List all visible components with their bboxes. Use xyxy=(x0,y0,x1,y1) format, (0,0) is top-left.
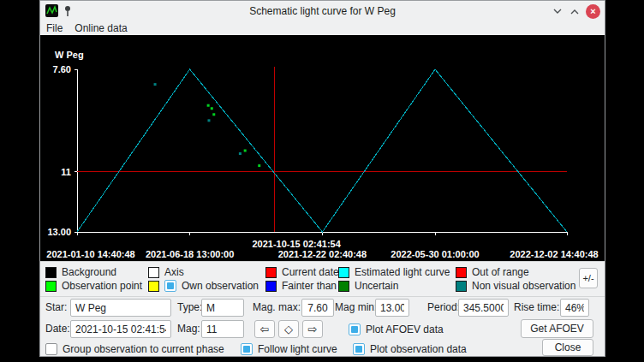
x-tick-label: 2021-12-22 02:40:48 xyxy=(278,249,367,259)
legend-column: Out of range Non visual observation xyxy=(456,265,575,293)
step-forward-button[interactable]: ⇨ xyxy=(302,320,323,338)
legend-swatch-out-of-range xyxy=(456,267,467,278)
own-observation-checkbox[interactable] xyxy=(164,280,176,292)
current-date-label: 2021-10-15 02:41:54 xyxy=(252,239,341,249)
rise-time-input[interactable] xyxy=(560,299,589,317)
legend-panel: Background Observation point Axis Own ob… xyxy=(40,261,605,297)
group-observation-checkbox-row: Group observation to current phase xyxy=(45,340,224,358)
star-input[interactable] xyxy=(70,299,171,317)
legend-item: Background xyxy=(45,265,142,279)
legend-swatch-estimated-light-curve xyxy=(338,267,349,278)
type-label: Type: xyxy=(177,299,202,317)
plot-afoev-checkbox[interactable] xyxy=(349,323,361,335)
legend-swatch-background xyxy=(45,267,57,278)
legend-swatch-current-date xyxy=(265,267,277,278)
app-window: Schematic light curve for W Peg × File O… xyxy=(39,0,605,357)
window-title: Schematic light curve for W Peg xyxy=(40,1,605,21)
period-input[interactable] xyxy=(458,299,509,317)
legend-item: Current date xyxy=(265,265,339,279)
maximize-icon[interactable] xyxy=(569,5,581,17)
mag-input[interactable] xyxy=(201,320,244,338)
plot-observation-checkbox[interactable] xyxy=(353,343,365,355)
legend-item: Observation point xyxy=(45,279,142,293)
mag-min-label: Mag min: xyxy=(335,299,377,317)
close-window-icon[interactable]: × xyxy=(586,4,600,19)
observation-point xyxy=(258,164,260,167)
non-visual-observation-point xyxy=(207,119,210,122)
mag-max-label: Mag. max: xyxy=(253,299,301,317)
follow-light-curve-checkbox-row: Follow light curve xyxy=(241,340,337,358)
mag-label: Mag: xyxy=(177,320,200,338)
legend-item: Uncertain xyxy=(338,279,450,293)
legend-item: Non visual observation xyxy=(456,279,575,293)
rise-time-label: Rise time: xyxy=(514,299,559,317)
close-button[interactable]: Close xyxy=(542,339,593,356)
current-date-button[interactable]: ◇ xyxy=(278,320,299,338)
minimize-icon[interactable] xyxy=(552,5,564,17)
legend-column: Background Observation point xyxy=(45,265,142,293)
legend-swatch-non-visual xyxy=(456,281,467,292)
titlebar[interactable]: Schematic light curve for W Peg × xyxy=(40,1,605,21)
pin-icon[interactable] xyxy=(63,5,72,17)
estimated-light-curve xyxy=(77,69,567,232)
legend-item: Own observation xyxy=(148,279,259,293)
x-tick-label: 2022-12-02 14:40:48 xyxy=(510,249,598,259)
plus-minus-button[interactable]: +/- xyxy=(579,268,598,288)
light-curve-plot[interactable]: 2021-01-10 14:40:482021-06-18 13:00:0020… xyxy=(40,35,605,261)
get-afoev-button[interactable]: Get AFOEV data xyxy=(521,319,593,338)
mag-max-input[interactable] xyxy=(301,299,334,317)
legend-item: Estimated light curve xyxy=(338,265,450,279)
y-tick-label: 7.60 xyxy=(53,64,71,74)
legend-swatch-observation-point xyxy=(45,281,57,292)
observation-point xyxy=(211,107,213,110)
non-visual-observation-point xyxy=(154,83,157,86)
star-name-label: W Peg xyxy=(55,50,84,60)
x-tick-label: 2022-05-30 01:00:00 xyxy=(391,249,479,259)
plot-afoev-checkbox-row: Plot AFOEV data xyxy=(349,320,444,338)
x-tick-label: 2021-01-10 14:40:48 xyxy=(46,249,134,259)
menu-online-data[interactable]: Online data xyxy=(69,21,133,35)
menubar: File Online data xyxy=(40,21,605,35)
observation-point xyxy=(212,113,215,116)
legend-item: Axis xyxy=(148,265,259,279)
legend-column: Current date Fainter than xyxy=(265,265,339,293)
plot-area: 2021-01-10 14:40:482021-06-18 13:00:0020… xyxy=(40,35,605,261)
non-visual-observation-point xyxy=(239,152,242,155)
app-icon[interactable] xyxy=(45,4,58,17)
date-input[interactable] xyxy=(70,320,171,338)
y-tick-label: 11 xyxy=(61,167,71,177)
legend-column: Axis Own observation xyxy=(148,265,259,293)
legend-item: Out of range xyxy=(456,265,575,279)
follow-light-curve-checkbox[interactable] xyxy=(241,343,253,355)
plot-observation-checkbox-row: Plot observation data xyxy=(353,340,467,358)
y-tick-label: 13.00 xyxy=(47,227,71,237)
menu-file[interactable]: File xyxy=(40,21,69,35)
legend-swatch-own-observation xyxy=(148,281,159,292)
legend-column: Estimated light curve Uncertain xyxy=(338,265,450,293)
date-label: Date: xyxy=(45,320,70,338)
legend-swatch-axis xyxy=(148,267,159,278)
x-tick-label: 2021-06-18 13:00:00 xyxy=(146,249,234,259)
group-observation-checkbox[interactable] xyxy=(45,343,57,355)
observation-point xyxy=(244,150,247,152)
legend-item: Fainter than xyxy=(265,279,339,293)
legend-swatch-uncertain xyxy=(338,281,349,292)
period-label: Period: xyxy=(427,299,460,317)
type-input[interactable] xyxy=(201,299,244,317)
mag-min-input[interactable] xyxy=(375,299,409,317)
observation-point xyxy=(207,104,210,107)
legend-swatch-fainter-than xyxy=(265,281,277,292)
star-label: Star: xyxy=(45,299,67,317)
step-back-button[interactable]: ⇦ xyxy=(254,320,275,338)
